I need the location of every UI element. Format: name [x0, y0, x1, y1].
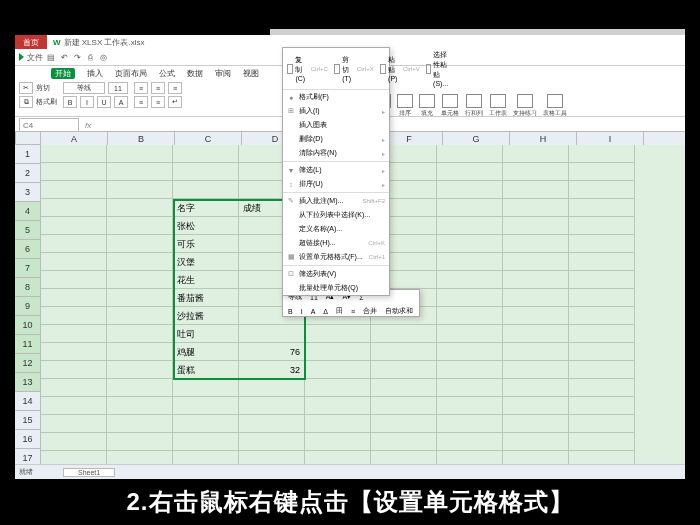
font-color-button[interactable]: A	[114, 96, 128, 108]
cell-I10[interactable]	[569, 307, 635, 325]
cell-A14[interactable]	[41, 379, 107, 397]
cell-G12[interactable]	[437, 343, 503, 361]
cell-H6[interactable]	[503, 235, 569, 253]
cell-F13[interactable]	[371, 361, 437, 379]
tab-insert[interactable]: 插入	[87, 68, 103, 79]
cell-C11[interactable]: 吐司	[173, 325, 239, 343]
size-select[interactable]: 11	[108, 82, 128, 94]
cell-B4[interactable]	[107, 199, 173, 217]
col-header[interactable]: I	[577, 132, 644, 146]
row-header[interactable]: 15	[15, 411, 41, 430]
mini-btn[interactable]: A	[308, 307, 319, 316]
name-box[interactable]: C4	[19, 118, 79, 132]
cell-A9[interactable]	[41, 289, 107, 307]
ctx-item[interactable]: ●格式刷(F)	[283, 90, 389, 104]
cell-C13[interactable]: 蛋糕	[173, 361, 239, 379]
cell-I6[interactable]	[569, 235, 635, 253]
fx-icon[interactable]: fx	[85, 121, 91, 130]
cell-A1[interactable]	[41, 145, 107, 163]
cell-D16[interactable]	[239, 415, 305, 433]
cell-C12[interactable]: 鸡腿	[173, 343, 239, 361]
ctx-item[interactable]: ▼筛选(L)▸	[283, 163, 389, 177]
ctx-top-item[interactable]: 粘贴(P)Ctrl+V	[380, 50, 420, 87]
tab-layout[interactable]: 页面布局	[115, 68, 147, 79]
cut-icon[interactable]: ✂	[19, 82, 33, 94]
cell-B2[interactable]	[107, 163, 173, 181]
cell-I13[interactable]	[569, 361, 635, 379]
cell-B7[interactable]	[107, 253, 173, 271]
cell-H9[interactable]	[503, 289, 569, 307]
align-right-icon[interactable]: ≡	[168, 82, 182, 94]
wrap-icon[interactable]: ↵	[168, 96, 182, 108]
cell-B9[interactable]	[107, 289, 173, 307]
cell-G15[interactable]	[437, 397, 503, 415]
cell-G1[interactable]	[437, 145, 503, 163]
col-header[interactable]: G	[443, 132, 510, 146]
cell-E11[interactable]	[305, 325, 371, 343]
cell-A2[interactable]	[41, 163, 107, 181]
cell-E16[interactable]	[305, 415, 371, 433]
mini-btn[interactable]: 田	[333, 305, 346, 317]
cell-B12[interactable]	[107, 343, 173, 361]
cell-I2[interactable]	[569, 163, 635, 181]
row-header[interactable]: 6	[15, 240, 41, 259]
cell-F12[interactable]	[371, 343, 437, 361]
cell-H15[interactable]	[503, 397, 569, 415]
cell-B3[interactable]	[107, 181, 173, 199]
align-center-icon[interactable]: ≡	[151, 82, 165, 94]
ctx-item[interactable]: ⊞插入(I)▸	[283, 104, 389, 118]
cell-A11[interactable]	[41, 325, 107, 343]
cell-C9[interactable]: 番茄酱	[173, 289, 239, 307]
preview-icon[interactable]: ◎	[98, 52, 108, 62]
ctx-item[interactable]: ▦设置单元格格式(F)...Ctrl+1	[283, 250, 389, 264]
undo-icon[interactable]: ↶	[59, 52, 69, 62]
cell-E14[interactable]	[305, 379, 371, 397]
cell-B8[interactable]	[107, 271, 173, 289]
ctx-top-item[interactable]: 复制(C)Ctrl+C	[287, 50, 328, 87]
cell-C17[interactable]	[173, 433, 239, 451]
cell-D14[interactable]	[239, 379, 305, 397]
ribbon-button[interactable]: 工作表	[489, 94, 507, 118]
cell-I16[interactable]	[569, 415, 635, 433]
cell-A17[interactable]	[41, 433, 107, 451]
mini-btn[interactable]: 合并	[360, 305, 380, 317]
cell-A15[interactable]	[41, 397, 107, 415]
cell-F16[interactable]	[371, 415, 437, 433]
cell-C7[interactable]: 汉堡	[173, 253, 239, 271]
ribbon-button[interactable]: 支持练习	[513, 94, 537, 118]
cell-A3[interactable]	[41, 181, 107, 199]
row-header[interactable]: 11	[15, 335, 41, 354]
col-header[interactable]: A	[41, 132, 108, 146]
cell-B10[interactable]	[107, 307, 173, 325]
row-header[interactable]: 2	[15, 164, 41, 183]
mini-btn[interactable]: B	[285, 307, 296, 316]
cell-H14[interactable]	[503, 379, 569, 397]
cell-F15[interactable]	[371, 397, 437, 415]
tab-home[interactable]: 开始	[51, 68, 75, 79]
cell-A16[interactable]	[41, 415, 107, 433]
ctx-top-item[interactable]: 选择性粘贴(S)...	[426, 50, 453, 87]
print-icon[interactable]: ⎙	[85, 52, 95, 62]
cell-I17[interactable]	[569, 433, 635, 451]
align-mid-icon[interactable]: ≡	[151, 96, 165, 108]
cell-I4[interactable]	[569, 199, 635, 217]
cell-A8[interactable]	[41, 271, 107, 289]
cell-G2[interactable]	[437, 163, 503, 181]
ctx-top-item[interactable]: 剪切(T)Ctrl+X	[334, 50, 374, 87]
cell-I11[interactable]	[569, 325, 635, 343]
cell-H5[interactable]	[503, 217, 569, 235]
cell-B5[interactable]	[107, 217, 173, 235]
cell-G11[interactable]	[437, 325, 503, 343]
select-all-corner[interactable]	[15, 131, 41, 145]
ctx-item[interactable]: 批量处理单元格(Q)	[283, 281, 389, 295]
row-header[interactable]: 13	[15, 373, 41, 392]
cell-F11[interactable]	[371, 325, 437, 343]
cell-D17[interactable]	[239, 433, 305, 451]
mini-btn[interactable]: I	[298, 307, 306, 316]
cell-I5[interactable]	[569, 217, 635, 235]
cell-H16[interactable]	[503, 415, 569, 433]
cell-B11[interactable]	[107, 325, 173, 343]
doc-tab[interactable]: W 新建 XLSX 工作表.xlsx	[47, 37, 150, 48]
cell-F14[interactable]	[371, 379, 437, 397]
tab-formula[interactable]: 公式	[159, 68, 175, 79]
